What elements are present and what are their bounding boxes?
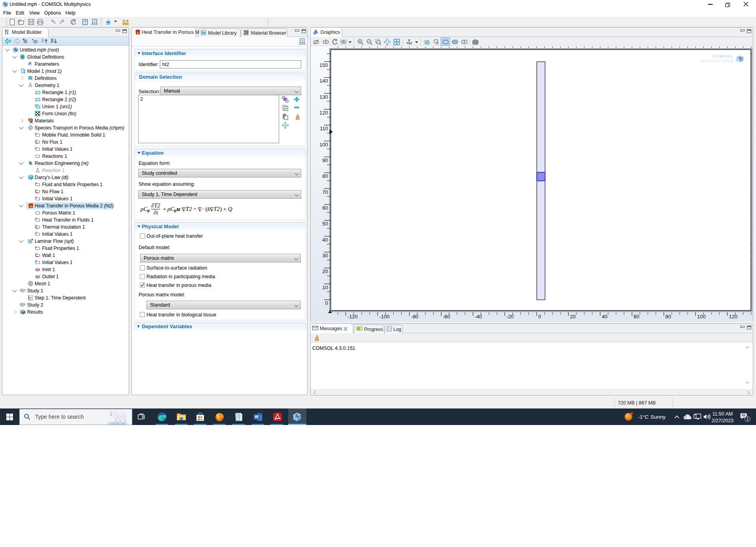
svg-text:20: 20 [322, 268, 328, 274]
svg-text:20: 20 [570, 314, 576, 320]
svg-text:D: D [35, 246, 37, 248]
svg-text:50: 50 [322, 221, 328, 227]
svg-text:D: D [35, 132, 37, 135]
svg-text:140: 140 [319, 78, 328, 84]
svg-text:D: D [35, 189, 37, 192]
svg-text:D: D [35, 217, 37, 220]
svg-text:110: 110 [320, 126, 328, 131]
svg-text:-100: -100 [379, 314, 389, 320]
svg-text:D: D [35, 196, 37, 199]
svg-text:40: 40 [602, 314, 607, 320]
svg-text:D: D [35, 146, 37, 149]
svg-text:80: 80 [665, 314, 671, 320]
svg-text:40: 40 [322, 237, 328, 243]
svg-text:-120: -120 [347, 314, 358, 320]
svg-text:60: 60 [634, 314, 639, 320]
svg-text:120: 120 [319, 110, 328, 116]
svg-text:70: 70 [322, 189, 328, 195]
svg-text:D: D [35, 260, 37, 262]
svg-text:?: ? [301, 39, 303, 43]
svg-text:60: 60 [322, 205, 328, 211]
svg-text:130: 130 [319, 94, 328, 100]
svg-text:D: D [35, 182, 37, 185]
svg-text:100: 100 [319, 142, 328, 148]
svg-text:COMSOL: COMSOL [713, 54, 734, 58]
svg-text:150: 150 [319, 62, 328, 68]
svg-text:10: 10 [322, 285, 328, 290]
svg-text:90: 90 [322, 157, 328, 163]
svg-text:0: 0 [325, 300, 328, 306]
svg-text:MULTIPHYSICS: MULTIPHYSICS [701, 59, 734, 63]
svg-text:80: 80 [322, 173, 328, 179]
svg-text:W: W [255, 414, 259, 419]
svg-text:D: D [35, 139, 37, 142]
svg-text:30: 30 [322, 253, 328, 259]
svg-text:100: 100 [697, 314, 706, 320]
svg-text:?: ? [94, 20, 96, 23]
svg-text:D: D [35, 224, 37, 227]
svg-text:?: ? [84, 20, 86, 24]
svg-text:i: i [31, 64, 32, 67]
svg-text:D: D [35, 253, 37, 255]
svg-text:0: 0 [538, 314, 541, 320]
svg-text:D: D [35, 231, 37, 234]
svg-text:120: 120 [729, 314, 737, 320]
